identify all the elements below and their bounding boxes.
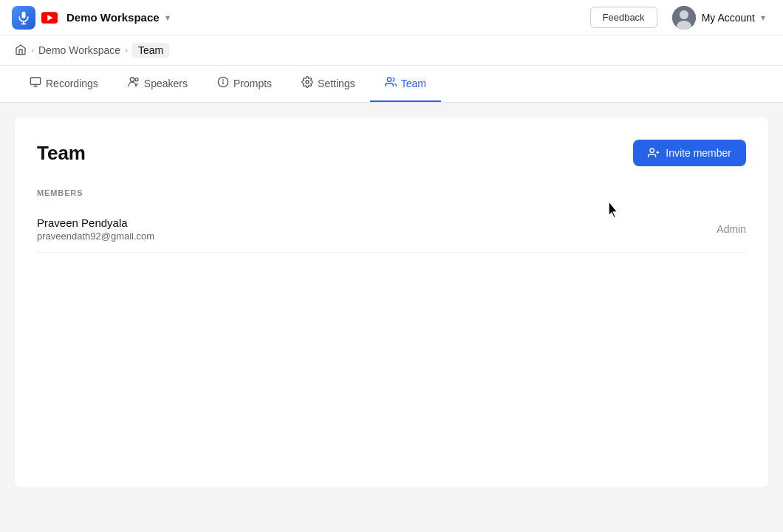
breadcrumb-sep-2: › bbox=[125, 45, 128, 55]
tab-prompts[interactable]: Prompts bbox=[202, 66, 287, 102]
main-content: Team Invite member MEMBERS Praveen Pendy… bbox=[15, 117, 768, 487]
app-logo bbox=[12, 6, 35, 30]
breadcrumb-workspace[interactable]: Demo Workspace bbox=[38, 44, 120, 56]
tab-team-label: Team bbox=[401, 78, 426, 89]
page-title: Team bbox=[37, 142, 86, 165]
workspace-chevron-icon[interactable]: ▾ bbox=[165, 13, 170, 23]
tab-settings[interactable]: Settings bbox=[287, 66, 370, 102]
feedback-button[interactable]: Feedback bbox=[590, 7, 657, 28]
breadcrumb-sep-1: › bbox=[31, 45, 34, 55]
invite-icon bbox=[648, 147, 660, 159]
top-nav: Demo Workspace ▾ Feedback My Account ▾ bbox=[0, 0, 783, 35]
svg-point-11 bbox=[130, 78, 134, 81]
svg-point-18 bbox=[650, 149, 654, 152]
breadcrumb: › Demo Workspace › Team bbox=[0, 35, 783, 66]
tab-prompts-label: Prompts bbox=[233, 78, 272, 89]
team-icon bbox=[385, 76, 397, 90]
svg-point-17 bbox=[387, 78, 391, 81]
tab-speakers-label: Speakers bbox=[144, 78, 188, 89]
invite-button-label: Invite member bbox=[666, 147, 731, 159]
tabs-bar: Recordings Speakers Prompts bbox=[0, 66, 783, 103]
member-info: Praveen Pendyala praveendath92@gmail.com bbox=[37, 216, 154, 242]
svg-rect-8 bbox=[30, 78, 40, 84]
svg-point-12 bbox=[135, 78, 138, 81]
members-section-label: MEMBERS bbox=[37, 188, 746, 197]
member-role: Admin bbox=[717, 223, 746, 235]
svg-point-16 bbox=[306, 81, 309, 83]
page-header: Team Invite member bbox=[37, 140, 746, 166]
account-name: My Account bbox=[702, 12, 755, 24]
member-name: Praveen Pendyala bbox=[37, 216, 154, 229]
prompts-icon bbox=[217, 76, 229, 90]
top-nav-left: Demo Workspace ▾ bbox=[12, 6, 170, 30]
workspace-name: Demo Workspace bbox=[66, 11, 160, 24]
account-chevron-icon: ▾ bbox=[761, 13, 765, 23]
member-email: praveendath92@gmail.com bbox=[37, 231, 154, 242]
invite-member-button[interactable]: Invite member bbox=[633, 140, 746, 166]
svg-rect-0 bbox=[22, 11, 26, 18]
breadcrumb-home-icon[interactable] bbox=[15, 44, 27, 58]
avatar bbox=[672, 6, 696, 30]
tab-settings-label: Settings bbox=[318, 78, 355, 89]
account-button[interactable]: My Account ▾ bbox=[666, 3, 771, 33]
breadcrumb-current: Team bbox=[132, 43, 169, 58]
tab-recordings[interactable]: Recordings bbox=[15, 66, 113, 102]
tab-team[interactable]: Team bbox=[370, 66, 441, 102]
tab-speakers[interactable]: Speakers bbox=[113, 66, 202, 102]
svg-point-6 bbox=[680, 10, 688, 19]
recordings-icon bbox=[30, 76, 41, 90]
top-nav-right: Feedback My Account ▾ bbox=[590, 3, 771, 33]
speakers-icon bbox=[128, 76, 140, 90]
table-row: Praveen Pendyala praveendath92@gmail.com… bbox=[37, 206, 746, 253]
settings-icon bbox=[301, 76, 313, 90]
tab-recordings-label: Recordings bbox=[46, 78, 98, 89]
youtube-icon bbox=[41, 12, 58, 24]
